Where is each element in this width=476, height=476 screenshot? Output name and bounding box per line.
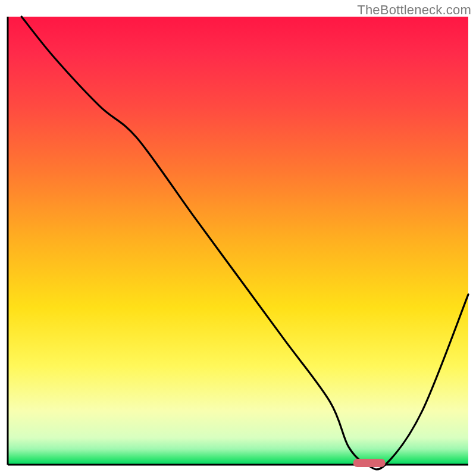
watermark-text: TheBottleneck.com <box>357 2 471 18</box>
optimal-range-marker <box>353 459 386 467</box>
bottleneck-chart <box>0 0 476 476</box>
chart-container: TheBottleneck.com <box>0 0 476 476</box>
plot-area <box>8 17 468 469</box>
